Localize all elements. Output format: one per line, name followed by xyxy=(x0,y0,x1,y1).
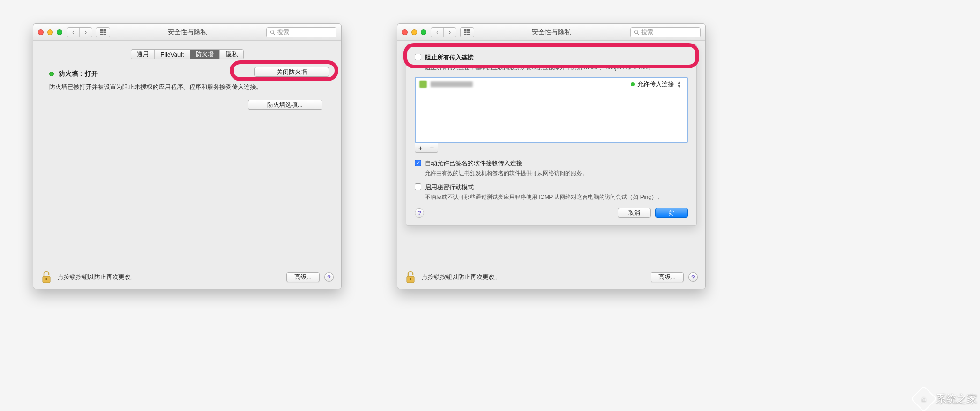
svg-rect-1 xyxy=(102,29,104,31)
zoom-icon[interactable] xyxy=(421,29,426,35)
svg-rect-3 xyxy=(100,31,102,33)
forward-button[interactable]: › xyxy=(80,28,92,37)
svg-line-10 xyxy=(273,33,275,35)
remove-button[interactable]: − xyxy=(426,143,438,152)
app-list-row[interactable]: 允许传入连接 ▲▼ xyxy=(416,78,687,90)
lock-text: 点按锁按钮以防止再次更改。 xyxy=(422,273,501,281)
forward-button[interactable]: › xyxy=(444,28,456,37)
zoom-icon[interactable] xyxy=(57,29,62,35)
search-icon xyxy=(634,29,639,35)
titlebar: ‹ › 安全性与隐私 搜索 xyxy=(397,24,705,41)
stealth-sub: 不响应或不认可那些通过测试类应用程序使用 ICMP 从网络对这台电脑的访问尝试（… xyxy=(425,193,688,201)
block-all-row: 阻止所有传入连接 xyxy=(415,53,688,62)
firewall-options-button[interactable]: 防火墙选项... xyxy=(248,100,322,110)
lock-icon[interactable] xyxy=(405,270,416,284)
nav-back-forward: ‹ › xyxy=(431,27,456,37)
help-button[interactable]: ? xyxy=(688,272,698,282)
close-icon[interactable] xyxy=(402,29,408,35)
app-icon xyxy=(419,81,427,88)
auto-allow-label: 自动允许已签名的软件接收传入连接 xyxy=(425,159,522,168)
tab-filevault[interactable]: FileVault xyxy=(155,50,190,59)
nav-back-forward: ‹ › xyxy=(67,27,92,37)
svg-rect-6 xyxy=(100,34,102,35)
watermark: ⌂ 系统之家 xyxy=(914,389,977,408)
advanced-button[interactable]: 高级... xyxy=(651,272,684,282)
svg-rect-2 xyxy=(104,29,106,31)
svg-rect-18 xyxy=(468,31,470,33)
close-icon[interactable] xyxy=(38,29,44,35)
svg-rect-19 xyxy=(464,34,466,35)
turn-off-firewall-button[interactable]: 关闭防火墙 xyxy=(254,67,329,77)
help-button[interactable]: ? xyxy=(324,272,334,282)
block-all-checkbox[interactable] xyxy=(415,54,421,60)
cancel-button[interactable]: 取消 xyxy=(618,208,651,218)
stealth-row: 启用秘密行动模式 xyxy=(415,183,688,191)
firewall-options-sheet-area: 阻止所有传入连接 阻止所有传入连接，基本的互联网服务所要求的连接除外，例如 DH… xyxy=(397,41,705,265)
help-button[interactable]: ? xyxy=(415,208,424,218)
traffic-lights xyxy=(38,29,62,35)
watermark-logo-icon: ⌂ xyxy=(911,386,937,411)
svg-point-25 xyxy=(410,278,411,280)
lock-text: 点按锁按钮以防止再次更改。 xyxy=(58,273,137,281)
status-dot-icon xyxy=(49,72,54,76)
titlebar: ‹ › 安全性与隐私 搜索 xyxy=(33,24,341,41)
search-placeholder: 搜索 xyxy=(641,28,653,37)
svg-rect-8 xyxy=(104,34,106,35)
add-button[interactable]: + xyxy=(415,143,426,152)
sheet-buttons: ? 取消 好 xyxy=(415,208,688,218)
stealth-label: 启用秘密行动模式 xyxy=(425,183,474,191)
svg-rect-21 xyxy=(468,34,470,35)
auto-allow-checkbox[interactable]: ✓ xyxy=(415,160,421,166)
lock-icon[interactable] xyxy=(41,270,52,284)
search-placeholder: 搜索 xyxy=(277,28,289,37)
svg-rect-5 xyxy=(104,31,106,33)
firewall-description: 防火墙已被打开并被设置为阻止未授权的应用程序、程序和服务接受传入连接。 xyxy=(49,83,327,91)
auto-allow-sub: 允许由有效的证书颁发机构签名的软件提供可从网络访问的服务。 xyxy=(425,169,688,177)
tabs: 通用 FileVault 防火墙 隐私 xyxy=(131,49,244,59)
add-remove-buttons: + − xyxy=(415,143,438,153)
stealth-checkbox[interactable] xyxy=(415,183,421,190)
search-icon xyxy=(270,29,275,35)
svg-rect-16 xyxy=(464,31,466,33)
tab-firewall[interactable]: 防火墙 xyxy=(190,50,220,59)
svg-point-22 xyxy=(635,30,638,34)
svg-rect-7 xyxy=(102,34,104,35)
svg-rect-15 xyxy=(468,29,470,31)
search-input[interactable]: 搜索 xyxy=(266,27,336,37)
app-name-blurred xyxy=(431,81,473,87)
show-all-button[interactable] xyxy=(96,27,110,37)
svg-rect-13 xyxy=(464,29,466,31)
svg-point-9 xyxy=(271,30,274,34)
status-dot-icon xyxy=(631,82,635,86)
permission-cell[interactable]: 允许传入连接 ▲▼ xyxy=(631,80,683,88)
svg-rect-0 xyxy=(100,29,102,31)
block-all-label: 阻止所有传入连接 xyxy=(425,53,474,62)
show-all-button[interactable] xyxy=(460,27,474,37)
ok-button[interactable]: 好 xyxy=(655,208,688,218)
security-prefs-window-left: ‹ › 安全性与隐私 搜索 通用 FileVault 防火墙 隐私 防火墙：打开… xyxy=(33,23,342,289)
back-button[interactable]: ‹ xyxy=(67,28,80,37)
minimize-icon[interactable] xyxy=(411,29,417,35)
traffic-lights xyxy=(402,29,426,35)
svg-line-23 xyxy=(637,33,639,35)
tab-privacy[interactable]: 隐私 xyxy=(220,50,243,59)
back-button[interactable]: ‹ xyxy=(431,28,444,37)
advanced-button[interactable]: 高级... xyxy=(286,272,320,282)
svg-point-12 xyxy=(45,278,47,280)
minimize-icon[interactable] xyxy=(47,29,53,35)
svg-rect-14 xyxy=(467,29,468,31)
permission-label: 允许传入连接 xyxy=(637,80,674,88)
app-list[interactable]: 允许传入连接 ▲▼ xyxy=(415,77,688,143)
status-label: 防火墙：打开 xyxy=(59,70,98,78)
updown-icon[interactable]: ▲▼ xyxy=(677,81,683,88)
firewall-options-sheet: 阻止所有传入连接 阻止所有传入连接，基本的互联网服务所要求的连接除外，例如 DH… xyxy=(406,44,697,226)
svg-rect-4 xyxy=(102,31,104,33)
auto-allow-row: ✓ 自动允许已签名的软件接收传入连接 xyxy=(415,159,688,168)
watermark-text: 系统之家 xyxy=(936,392,977,406)
tab-general[interactable]: 通用 xyxy=(131,50,155,59)
svg-rect-20 xyxy=(467,34,468,35)
block-all-sub: 阻止所有传入连接，基本的互联网服务所要求的连接除外，例如 DHCP、Bonjou… xyxy=(425,64,688,72)
svg-rect-17 xyxy=(467,31,468,33)
firewall-pane: 通用 FileVault 防火墙 隐私 防火墙：打开 关闭防火墙 防火墙已被打开… xyxy=(33,41,341,265)
search-input[interactable]: 搜索 xyxy=(630,27,701,37)
